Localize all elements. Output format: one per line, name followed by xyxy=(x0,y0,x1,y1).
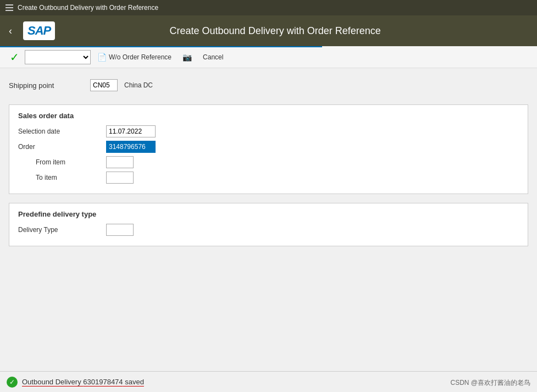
shipping-point-label: Shipping point xyxy=(9,81,86,90)
toolbar: ✓ 📄 W/o Order Reference 📷 Cancel xyxy=(0,46,537,68)
from-item-input[interactable] xyxy=(106,156,134,168)
status-success-icon: ✓ xyxy=(7,377,18,388)
shipping-point-input[interactable] xyxy=(90,79,118,91)
toolbar-dropdown[interactable] xyxy=(25,50,91,64)
sap-logo: SAP xyxy=(23,21,55,40)
delivery-type-section-title: Predefine delivery type xyxy=(18,210,519,218)
wo-order-reference-button[interactable]: 📄 W/o Order Reference xyxy=(93,51,176,63)
sap-logo-text: SAP xyxy=(27,24,51,38)
sales-order-section: Sales order data Selection date Order Fr… xyxy=(9,104,528,194)
order-input[interactable] xyxy=(106,141,156,153)
status-prefix: Outbound Delivery xyxy=(22,378,83,386)
from-item-label: From item xyxy=(18,158,106,166)
selection-date-label: Selection date xyxy=(18,128,106,135)
nav-title: Create Outbound Delivery with Order Refe… xyxy=(64,25,486,37)
status-bar: ✓ Outbound Delivery 6301978474 saved CSD… xyxy=(0,371,537,392)
order-row: Order xyxy=(18,141,519,153)
sales-order-section-title: Sales order data xyxy=(18,112,519,120)
watermark: CSDN @喜欢打酱油的老鸟 xyxy=(450,378,530,388)
status-message-text: Outbound Delivery 6301978474 saved xyxy=(22,378,144,386)
document-icon: 📄 xyxy=(97,53,107,62)
status-suffix: saved xyxy=(123,378,144,386)
menu-icon[interactable] xyxy=(5,4,13,11)
delivery-type-label: Delivery Type xyxy=(18,226,106,234)
order-label: Order xyxy=(18,143,106,151)
shipping-point-row: Shipping point China DC xyxy=(9,79,528,91)
from-item-row: From item xyxy=(18,156,519,168)
delivery-type-row: Delivery Type xyxy=(18,224,519,236)
title-bar: Create Outbound Delivery with Order Refe… xyxy=(0,0,537,15)
delivery-type-section: Predefine delivery type Delivery Type xyxy=(9,203,528,246)
selection-date-row: Selection date xyxy=(18,125,519,137)
confirm-button[interactable]: ✓ xyxy=(7,49,23,65)
shipping-point-description: China DC xyxy=(124,81,153,89)
to-item-row: To item xyxy=(18,172,519,184)
back-button[interactable]: ‹ xyxy=(7,23,14,39)
status-message: Outbound Delivery 6301978474 saved xyxy=(22,378,144,386)
wo-order-ref-label: W/o Order Reference xyxy=(109,53,171,61)
main-content: Shipping point China DC Sales order data… xyxy=(0,68,537,266)
delivery-type-input[interactable] xyxy=(106,224,134,236)
cancel-button[interactable]: Cancel xyxy=(198,52,228,63)
selection-date-input[interactable] xyxy=(106,125,156,137)
status-delivery-number: 6301978474 xyxy=(83,378,123,386)
image-button[interactable]: 📷 xyxy=(178,51,196,63)
to-item-label: To item xyxy=(18,174,106,181)
image-icon: 📷 xyxy=(182,53,192,62)
nav-bar: ‹ SAP Create Outbound Delivery with Orde… xyxy=(0,15,537,46)
title-bar-text: Create Outbound Delivery with Order Refe… xyxy=(18,4,158,12)
cancel-label: Cancel xyxy=(203,53,223,61)
progress-bar xyxy=(0,46,322,47)
to-item-input[interactable] xyxy=(106,172,134,184)
